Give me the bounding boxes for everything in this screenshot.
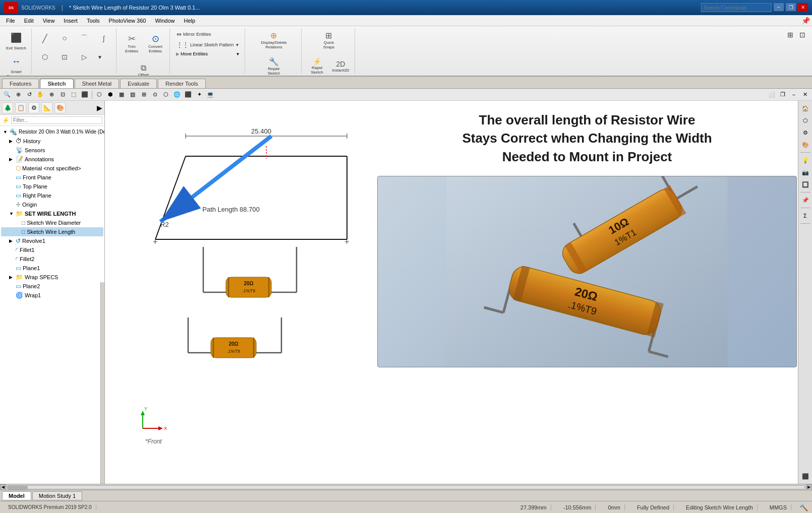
menu-view[interactable]: View [39,17,59,25]
rt-sigma-icon[interactable]: Σ [800,210,811,221]
menu-help[interactable]: Help [180,17,200,25]
view-button-4[interactable]: ⬡ [94,90,104,100]
ft-fillet1-item[interactable]: ◜ Fillet1 [1,245,103,254]
rapid-sketch-button[interactable]: ⚡ RapidSketch [306,52,328,77]
ft-annotations-item[interactable]: ▶ 📝 Annotations [1,155,103,164]
view-button-9[interactable]: ⊙ [150,90,160,100]
status-rebuild-icon[interactable]: 🔨 [799,503,808,511]
smart-dimension-button[interactable]: ↔ SmartDimension [4,53,28,77]
circle-tool-button[interactable]: ○ [55,29,74,47]
ft-sketch-wire-diameter-item[interactable]: □ Sketch Wire Diameter [1,218,103,227]
scroll-track[interactable] [7,485,805,489]
sketch-tool-7[interactable]: ▷ [75,48,93,66]
rt-lights-icon[interactable]: 💡 [800,155,811,166]
ft-origin-item[interactable]: ✛ Origin [1,200,103,209]
pin-icon[interactable]: 📌 [801,17,810,25]
view-btn-2[interactable]: ⊡ [797,29,808,40]
repair-sketch-button[interactable]: 🔧 RepairSketch [263,52,285,77]
property-manager-icon[interactable]: 📋 [15,102,26,113]
rt-rotate-icon[interactable]: ⬡ [800,115,811,126]
dimensions-manager-icon[interactable]: 📐 [41,102,52,113]
view-button-10[interactable]: ⬡ [161,90,171,100]
btab-model[interactable]: Model [2,491,31,500]
pan-button[interactable]: ✋ [35,90,45,100]
view-button-2[interactable]: ⬚ [69,90,79,100]
zoom-fit-button[interactable]: 🔍 [2,90,12,100]
view-button-11[interactable]: 🌐 [172,90,182,100]
ft-root-item[interactable]: ▼ 🔩 Resistor 20 Olm 3 Watt 0.1% Wide (De… [1,127,103,137]
view-button-5[interactable]: ⬢ [105,90,115,100]
trim-entities-button[interactable]: ✂ TrimEntities [121,29,143,57]
ft-revolve1-item[interactable]: ▶ ↺ Revolve1 [1,236,103,245]
menu-photoview[interactable]: PhotoView 360 [105,17,150,25]
viewport-maximize[interactable]: ⬜ [767,90,777,100]
config-manager-icon[interactable]: ⚙ [28,102,39,113]
ft-sensors-item[interactable]: 📡 Sensors [1,146,103,155]
zoom-area-button[interactable]: ⊕ [13,90,23,100]
tab-sketch[interactable]: Sketch [40,79,73,88]
close-button[interactable]: ✕ [798,3,808,11]
sketch-tool-more[interactable]: ▼ [95,48,105,66]
ft-set-wire-length-item[interactable]: ▼ 📁 SET WIRE LENGTH [1,209,103,218]
view-button-6[interactable]: ▦ [117,90,127,100]
mirror-entities-button[interactable]: ⇔ Mirror Entities [174,29,242,39]
menu-edit[interactable]: Edit [20,17,38,25]
rt-note-icon[interactable]: 📌 [800,195,811,206]
viewport-close[interactable]: ✕ [800,90,810,100]
ft-wrap1-item[interactable]: 🌀 Wrap1 [1,291,103,300]
zoom-in-button[interactable]: ⊕ [46,90,56,100]
ft-fillet2-item[interactable]: ◜ Fillet2 [1,254,103,264]
view-button-3[interactable]: ⬛ [80,90,90,100]
quick-snaps-button[interactable]: ⊞ QuickSnaps [318,29,340,51]
rt-house-icon[interactable]: 🏠 [800,103,811,114]
rt-decal-icon[interactable]: 🔲 [800,179,811,190]
tab-sheet-metal[interactable]: Sheet Metal [75,79,120,88]
convert-entities-button[interactable]: ⊙ ConvertEntities [144,29,166,57]
rt-bottom-icon[interactable]: ⬛ [800,471,811,482]
restore-button[interactable]: ❐ [786,3,796,11]
rt-color-icon[interactable]: 🎨 [800,139,811,150]
tab-evaluate[interactable]: Evaluate [120,79,157,88]
arc-tool-button[interactable]: ⌒ [75,29,93,47]
ft-material-item[interactable]: ⬡ Material <not specified> [1,164,103,173]
ft-wrap-specs-item[interactable]: ▶ 📁 Wrap SPECS [1,273,103,282]
menu-window[interactable]: Window [151,17,179,25]
filter-input[interactable] [11,116,102,124]
expand-sidebar-icon[interactable]: ▶ [97,104,102,112]
main-viewport[interactable]: 25.400 Path Length 88.700 R2 + + [105,101,812,484]
ft-plane2-item[interactable]: ▭ Plane2 [1,282,103,291]
ft-front-plane-item[interactable]: ▭ Front Plane [1,173,103,182]
rt-camera-icon[interactable]: 📷 [800,167,811,178]
tab-render-tools[interactable]: Render Tools [158,79,206,88]
view-button-12[interactable]: ⬛ [183,90,193,100]
view-button-1[interactable]: ⊡ [57,90,68,100]
tab-features[interactable]: Features [2,79,39,88]
viewport-minimize[interactable]: − [789,90,799,100]
scroll-thumb[interactable] [8,486,28,490]
search-input[interactable] [701,3,772,12]
view-btn-1[interactable]: ⊞ [785,29,796,40]
ft-sketch-wire-length-item[interactable]: □ Sketch Wire Length [1,227,103,236]
ft-history-item[interactable]: ▶ ⏱ History [1,137,103,146]
menu-tools[interactable]: Tools [83,17,104,25]
ft-right-plane-item[interactable]: ▭ Right Plane [1,191,103,200]
scroll-right-button[interactable]: ▶ [806,484,812,490]
minimize-button[interactable]: − [774,3,784,11]
scroll-left-button[interactable]: ◀ [0,484,6,490]
spline-tool-button[interactable]: ∫ [95,29,113,47]
display-delete-relations-button[interactable]: ⊕ Display/DeleteRelations [259,29,289,51]
btab-motion-study[interactable]: Motion Study 1 [32,491,82,500]
rt-settings-icon[interactable]: ⚙ [800,127,811,138]
appearance-manager-icon[interactable]: 🎨 [54,102,66,113]
view-button-13[interactable]: ✦ [194,90,204,100]
sketch-tool-5[interactable]: ⬡ [36,48,54,66]
exit-sketch-button[interactable]: ⬛ Exit Sketch [4,29,28,52]
menu-file[interactable]: File [2,17,19,25]
viewport-restore[interactable]: ❐ [778,90,788,100]
ft-plane1-item[interactable]: ▭ Plane1 [1,264,103,273]
feature-tree-icon[interactable]: 🌲 [2,102,13,113]
menu-insert[interactable]: Insert [60,17,82,25]
ft-top-plane-item[interactable]: ▭ Top Plane [1,182,103,191]
line-tool-button[interactable]: ╱ [36,29,54,47]
sketch-tool-6[interactable]: ⊡ [55,48,74,66]
